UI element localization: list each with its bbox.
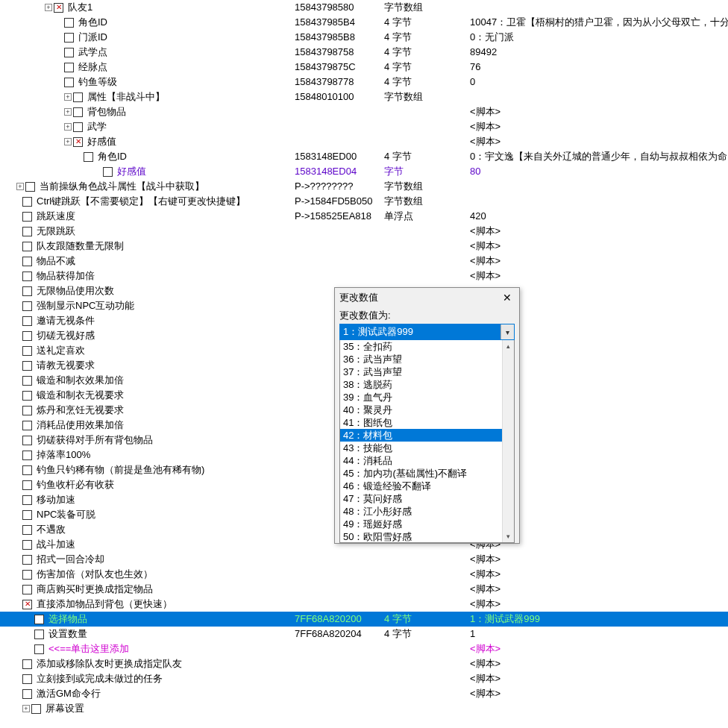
expand-icon[interactable]: + — [64, 93, 72, 101]
active-checkbox[interactable] — [34, 615, 44, 624]
active-checkbox[interactable] — [73, 122, 83, 132]
dropdown-option[interactable]: 47：莫问好感 — [340, 492, 514, 505]
table-row[interactable]: 立刻接到或完成未做过的任务<脚本> — [0, 671, 728, 686]
active-checkbox[interactable] — [103, 167, 113, 177]
active-checkbox[interactable] — [22, 272, 32, 281]
table-row[interactable]: 门派ID158437985B84 字节0：无门派 — [0, 30, 728, 45]
active-checkbox[interactable] — [64, 48, 74, 57]
dropdown-option[interactable]: 42：材料包 — [340, 429, 514, 442]
table-row[interactable]: +背包物品<脚本> — [0, 104, 728, 119]
active-checkbox[interactable] — [73, 92, 83, 102]
table-row[interactable]: 选择物品7FF68A8202004 字节1：测试武器999 — [0, 612, 728, 627]
table-row[interactable]: 队友跟随数量无限制<脚本> — [0, 239, 728, 254]
expand-icon[interactable]: + — [64, 108, 72, 116]
active-checkbox[interactable] — [22, 585, 32, 594]
active-checkbox[interactable] — [22, 570, 32, 580]
active-checkbox[interactable] — [22, 540, 32, 550]
active-checkbox[interactable] — [22, 391, 32, 401]
dropdown-option[interactable]: 39：血气丹 — [340, 391, 514, 404]
table-row[interactable]: +当前操纵角色战斗属性【战斗中获取】P->????????字节数组 — [0, 179, 728, 194]
active-checkbox[interactable] — [22, 436, 32, 445]
table-row[interactable]: +好感值<脚本> — [0, 134, 728, 149]
dropdown-option[interactable]: 48：江小彤好感 — [340, 505, 514, 518]
active-checkbox[interactable] — [22, 331, 32, 341]
active-checkbox[interactable] — [22, 689, 32, 699]
table-row[interactable]: 招式一回合冷却<脚本> — [0, 552, 728, 567]
active-checkbox[interactable] — [22, 421, 32, 430]
table-row[interactable]: 伤害加倍（对队友也生效）<脚本> — [0, 567, 728, 582]
table-row[interactable]: 添加或移除队友时更换成指定队友<脚本> — [0, 656, 728, 671]
dropdown-option[interactable]: 43：技能包 — [340, 442, 514, 454]
active-checkbox[interactable] — [25, 182, 35, 192]
active-checkbox[interactable] — [22, 465, 32, 475]
table-row[interactable]: 激活GM命令行<脚本> — [0, 686, 728, 701]
active-checkbox[interactable] — [22, 227, 32, 236]
dropdown-option[interactable]: 40：聚灵丹 — [340, 404, 514, 416]
active-checkbox[interactable] — [22, 406, 32, 415]
table-row[interactable]: +属性【非战斗中】15848010100字节数组 — [0, 90, 728, 104]
active-checkbox[interactable] — [64, 63, 74, 72]
close-icon[interactable]: ✕ — [500, 292, 515, 304]
table-row[interactable]: 角色ID1583148ED004 字节0：宇文逸【来自关外辽城的普通少年，自幼与… — [0, 149, 728, 164]
table-row[interactable]: 角色ID158437985B44 字节10047：卫霍【梧桐村的猎户卫霍，因为从… — [0, 15, 728, 30]
active-checkbox[interactable] — [22, 242, 32, 251]
active-checkbox[interactable] — [22, 257, 32, 266]
chevron-down-icon[interactable]: ▾ — [501, 324, 514, 339]
table-row[interactable]: +屏幕设置 — [0, 701, 728, 716]
active-checkbox[interactable] — [22, 286, 32, 296]
scroll-up-icon[interactable]: ▴ — [503, 340, 514, 352]
table-row[interactable]: 经脉点1584379875C4 字节76 — [0, 60, 728, 75]
active-checkbox[interactable] — [22, 674, 32, 684]
dropdown-option[interactable]: 45：加内功(基础属性)不翻译 — [340, 467, 514, 480]
active-checkbox[interactable] — [22, 510, 32, 520]
active-checkbox[interactable] — [22, 659, 32, 669]
active-checkbox[interactable] — [54, 3, 63, 13]
table-row[interactable]: Ctrl键跳跃【不需要锁定】【右键可更改快捷键】P->1584FD5B050字节… — [0, 194, 728, 209]
active-checkbox[interactable] — [22, 197, 32, 207]
value-combobox[interactable]: 1：测试武器999 ▾ — [339, 324, 515, 340]
table-row[interactable]: +队友115843798580字节数组 — [0, 0, 728, 15]
table-row[interactable]: 好感值1583148ED04字节80 — [0, 164, 728, 179]
active-checkbox[interactable] — [22, 361, 32, 371]
table-row[interactable]: 武学点158437987584 字节89492 — [0, 45, 728, 60]
table-row[interactable]: 设置数量7FF68A8202044 字节1 — [0, 627, 728, 641]
expand-icon[interactable]: + — [45, 4, 52, 11]
active-checkbox[interactable] — [22, 451, 32, 460]
dropdown-option[interactable]: 35：全扣药 — [340, 340, 514, 353]
active-checkbox[interactable] — [22, 495, 32, 505]
active-checkbox[interactable] — [73, 107, 83, 117]
table-row[interactable]: 跳跃速度P->158525EA818单浮点420 — [0, 209, 728, 224]
active-checkbox[interactable] — [22, 480, 32, 490]
dropdown-option[interactable]: 49：瑶姬好感 — [340, 518, 514, 530]
dropdown-option[interactable]: 46：锻造经验不翻译 — [340, 480, 514, 492]
active-checkbox[interactable] — [73, 137, 83, 147]
active-checkbox[interactable] — [64, 33, 74, 43]
table-row[interactable]: 商店购买时更换成指定物品<脚本> — [0, 582, 728, 597]
active-checkbox[interactable] — [22, 376, 32, 386]
table-row[interactable]: 直接添加物品到背包（更快速）<脚本> — [0, 597, 728, 612]
table-row[interactable]: +武学<脚本> — [0, 119, 728, 134]
scrollbar[interactable]: ▴ ▾ — [502, 340, 514, 542]
dropdown-option[interactable]: 36：武当声望 — [340, 353, 514, 365]
expand-icon[interactable]: + — [64, 138, 72, 145]
table-row[interactable]: 物品获得加倍<脚本> — [0, 269, 728, 283]
active-checkbox[interactable] — [22, 600, 32, 609]
active-checkbox[interactable] — [22, 555, 32, 565]
dropdown-option[interactable]: 50：欧阳雪好感 — [340, 530, 514, 543]
active-checkbox[interactable] — [34, 630, 44, 639]
table-row[interactable]: 钓鱼等级158437987784 字节0 — [0, 75, 728, 90]
active-checkbox[interactable] — [22, 301, 32, 311]
active-checkbox[interactable] — [22, 212, 32, 222]
table-row[interactable]: 物品不减<脚本> — [0, 254, 728, 269]
active-checkbox[interactable] — [64, 18, 74, 28]
dropdown-option[interactable]: 37：武当声望 — [340, 365, 514, 378]
dropdown-option[interactable]: 44：消耗品 — [340, 454, 514, 467]
active-checkbox[interactable] — [22, 316, 32, 326]
scroll-down-icon[interactable]: ▾ — [503, 530, 514, 542]
active-checkbox[interactable] — [31, 704, 41, 714]
expand-icon[interactable]: + — [16, 183, 24, 190]
active-checkbox[interactable] — [84, 152, 93, 162]
active-checkbox[interactable] — [22, 346, 32, 356]
expand-icon[interactable]: + — [64, 123, 72, 131]
dropdown-option[interactable]: 41：图纸包 — [340, 416, 514, 429]
